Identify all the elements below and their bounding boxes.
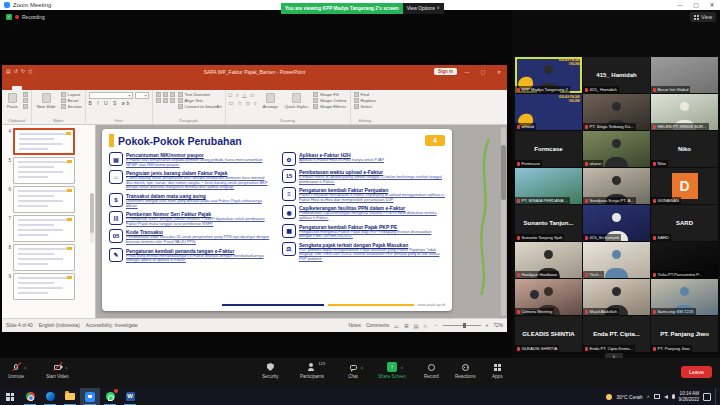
font-style-buttons[interactable]: B I U S ab: [89, 100, 149, 106]
shape-fill-button[interactable]: Shape Fill: [313, 92, 347, 97]
slide-thumbnail[interactable]: 7: [2, 215, 95, 242]
participant-tile[interactable]: Besar Inti Global: [651, 57, 718, 93]
new-slide-button[interactable]: New Slide: [35, 92, 58, 110]
sign-in-button[interactable]: Sign in: [434, 68, 457, 75]
zoom-out-button[interactable]: −: [435, 323, 438, 328]
participant-tile[interactable]: GLEADIS SHINTIA GLEADIS SHINTIA: [515, 316, 582, 352]
participant-tile[interactable]: SARD SARD: [651, 205, 718, 241]
ribbon-tab[interactable]: [12, 86, 22, 90]
numbering-icon[interactable]: [163, 92, 168, 97]
participant-tile[interactable]: Majid Abdullah: [583, 279, 650, 315]
slide-thumbnail[interactable]: 5: [2, 157, 95, 184]
participant-tile[interactable]: Sunanto Tanjun... Sunanto Tanjung Sjah: [515, 205, 582, 241]
shape-effects-button[interactable]: Shape Effects: [313, 104, 347, 109]
layout-button[interactable]: Layout: [61, 92, 82, 97]
video-caret-icon[interactable]: ˄: [65, 365, 67, 370]
maximize-icon[interactable]: ▢: [688, 0, 704, 10]
participants-button[interactable]: 123 Participants: [300, 362, 324, 379]
participant-tile[interactable]: Formcase Formcase: [515, 131, 582, 167]
accessibility-status[interactable]: Accessibility: Investigate: [86, 323, 138, 328]
align-right-icon[interactable]: [170, 98, 175, 103]
show-desktop-button[interactable]: [715, 388, 717, 405]
ppt-minimize-icon[interactable]: —: [461, 69, 473, 75]
participant-tile[interactable]: Yulia-PT.Pancamitra P...: [651, 242, 718, 278]
paste-button[interactable]: Paste: [5, 92, 20, 110]
participant-tile[interactable]: alianzi: [583, 131, 650, 167]
thumbnail-scrollbar[interactable]: [90, 193, 94, 243]
save-icon[interactable]: ▤: [6, 68, 11, 75]
ribbon-tab[interactable]: [82, 86, 92, 90]
start-button[interactable]: [0, 388, 20, 405]
ppt-maximize-icon[interactable]: ▢: [477, 69, 489, 75]
text-direction-button[interactable]: Text Direction: [178, 92, 222, 97]
slide-thumbnail[interactable]: 4: [2, 128, 95, 155]
participant-tile[interactable]: Niko Niko: [651, 131, 718, 167]
participant-tile[interactable]: Cometa Meeting: [515, 279, 582, 315]
redo-icon[interactable]: ↻: [21, 68, 25, 75]
participant-tile[interactable]: HELEN PT. HINGS SUR...: [651, 94, 718, 130]
ppt-close-icon[interactable]: ✕: [493, 69, 505, 75]
participant-tile[interactable]: KELAS PAJAK ONLINE KPP Madya Tangerang 2: [515, 57, 582, 93]
minimize-icon[interactable]: —: [672, 0, 688, 10]
ribbon-tab[interactable]: [72, 86, 82, 90]
comments-button[interactable]: Comments: [366, 323, 389, 328]
slide-thumbnail[interactable]: 8: [2, 244, 95, 271]
notes-button[interactable]: Notes: [348, 323, 361, 328]
chat-button[interactable]: ˄ Chat: [348, 362, 358, 379]
leave-button[interactable]: Leave: [681, 366, 712, 378]
participant-tile[interactable]: Enda PT. Cipta... Enda PT. Cipta Kema...: [583, 316, 650, 352]
ribbon-tab[interactable]: [92, 86, 102, 90]
undo-icon[interactable]: ↺: [14, 68, 18, 75]
slide-thumbnail[interactable]: 9: [2, 273, 95, 300]
select-button[interactable]: Select: [354, 104, 376, 109]
network-icon[interactable]: [654, 394, 660, 399]
font-size-select[interactable]: ▾: [135, 92, 149, 99]
zoom-percent[interactable]: 72%: [493, 323, 503, 328]
record-button[interactable]: Record: [424, 362, 439, 379]
align-left-icon[interactable]: [156, 98, 161, 103]
zoom-slider[interactable]: [443, 325, 481, 326]
taskbar-explorer[interactable]: [60, 388, 80, 405]
taskbar-clock[interactable]: 10:14 AM 9/26/2022: [679, 391, 699, 402]
canvas-scrollbar[interactable]: [501, 127, 506, 316]
align-text-button[interactable]: Align Text: [178, 98, 222, 103]
convert-smartart-button[interactable]: Convert to SmartArt: [178, 104, 222, 109]
reset-button[interactable]: Reset: [61, 98, 82, 103]
ribbon-tab[interactable]: [112, 86, 122, 90]
ribbon-tab[interactable]: [42, 86, 52, 90]
ribbon-tab[interactable]: [122, 86, 132, 90]
action-center-icon[interactable]: [703, 393, 711, 401]
view-mode-buttons[interactable]: ▭ ⊞ ▤ ▷: [394, 323, 430, 329]
tray-mic-icon[interactable]: [672, 394, 675, 399]
zoom-in-button[interactable]: +: [486, 323, 489, 328]
indent-icon[interactable]: [170, 92, 175, 97]
format-painter-icon[interactable]: [23, 104, 28, 109]
taskbar-zoom[interactable]: [80, 388, 100, 405]
speaker-icon[interactable]: [664, 395, 668, 399]
taskbar-chrome[interactable]: [20, 388, 40, 405]
taskbar-edge[interactable]: [40, 388, 60, 405]
participant-tile[interactable]: D GUNAWAN: [651, 168, 718, 204]
section-button[interactable]: Section: [61, 104, 82, 109]
view-options-button[interactable]: View Options ˅: [403, 3, 444, 14]
participant-tile[interactable]: Samsung SM-T225: [651, 279, 718, 315]
arrange-button[interactable]: Arrange: [261, 92, 280, 110]
mic-caret-icon[interactable]: ˄: [24, 365, 26, 370]
bullets-icon[interactable]: [156, 92, 161, 97]
ribbon-tab[interactable]: [32, 86, 42, 90]
weather-text[interactable]: 30°C Cerah: [616, 394, 642, 400]
security-button[interactable]: Security: [262, 362, 279, 379]
taskbar-whatsapp[interactable]: [100, 388, 120, 405]
participant-tile[interactable]: Hardiyan Hardiwan: [515, 242, 582, 278]
participant-tile[interactable]: 415_Sri hartanti: [583, 205, 650, 241]
reactions-button[interactable]: Reactions: [455, 362, 475, 379]
participant-tile[interactable]: PT. Singa Terbang Du...: [583, 94, 650, 130]
ribbon-tab[interactable]: [62, 86, 72, 90]
participant-tile[interactable]: Yech...: [583, 242, 650, 278]
start-video-button[interactable]: ˄ Start Video: [46, 362, 69, 379]
copy-icon[interactable]: [23, 98, 28, 103]
apps-button[interactable]: Apps: [492, 362, 502, 379]
quick-styles-button[interactable]: Quick Styles: [283, 92, 310, 110]
ribbon-tab[interactable]: [52, 86, 62, 90]
shape-gallery[interactable]: □ ○ △ ▱ ▭ ☆ ◇ ○: [229, 92, 258, 106]
